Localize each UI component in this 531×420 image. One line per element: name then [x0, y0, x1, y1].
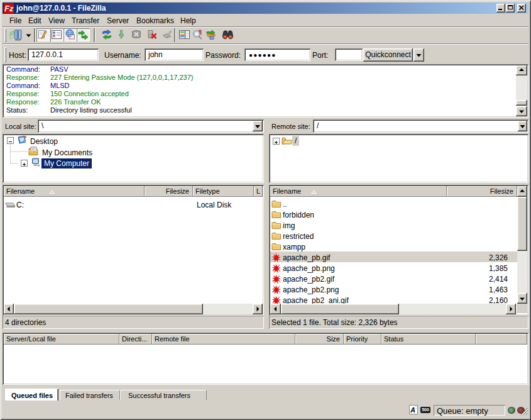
svg-text:Fz: Fz: [4, 4, 14, 13]
